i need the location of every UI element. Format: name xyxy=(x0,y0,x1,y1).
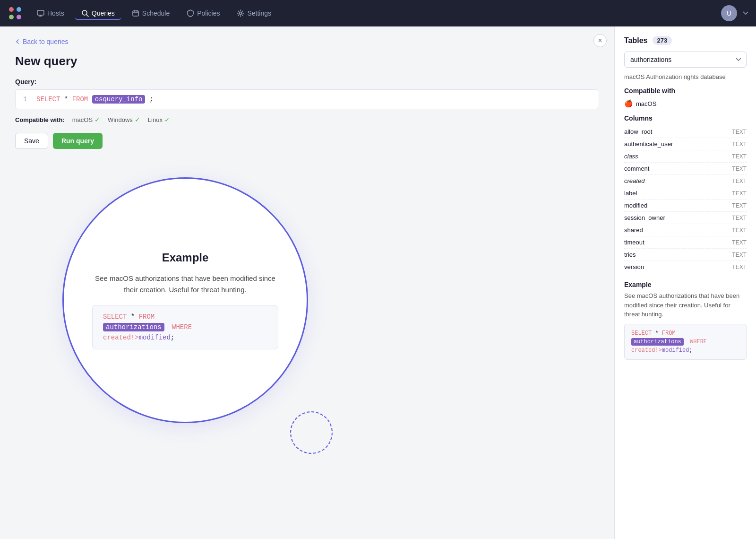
code-editor[interactable]: 1 SELECT * FROM osquery_info ; xyxy=(15,89,599,109)
popup-table-name: authorizations xyxy=(103,323,164,331)
column-name: label xyxy=(624,190,637,197)
column-type: TEXT xyxy=(732,202,747,209)
column-row: sharedTEXT xyxy=(624,224,747,236)
main-content: × Back to queries New query Query: 1 SEL… xyxy=(0,26,614,539)
popup-select-kw: SELECT xyxy=(103,313,127,321)
navbar: Hosts Queries Schedule Policies Settings… xyxy=(0,0,756,26)
svg-rect-9 xyxy=(133,11,138,16)
code-content: SELECT * FROM osquery_info ; xyxy=(36,96,153,103)
column-row: allow_rootTEXT xyxy=(624,126,747,138)
column-name: allow_root xyxy=(624,128,652,135)
macos-check-icon: ✓ xyxy=(94,116,100,123)
column-type: TEXT xyxy=(732,141,747,148)
sidebar-code-mod: modified xyxy=(662,347,689,354)
page-title: New query xyxy=(15,54,599,69)
sidebar-code-sc: ; xyxy=(689,347,692,354)
column-row: triesTEXT xyxy=(624,249,747,261)
avatar-dropdown-icon[interactable] xyxy=(743,11,748,15)
column-type: TEXT xyxy=(732,215,747,221)
compat-linux: Linux ✓ xyxy=(148,116,170,123)
column-row: labelTEXT xyxy=(624,187,747,200)
popup-where-kw: WHERE xyxy=(172,323,192,331)
queries-icon xyxy=(81,9,89,17)
nav-queries[interactable]: Queries xyxy=(75,7,121,20)
column-row: timeoutTEXT xyxy=(624,236,747,249)
avatar[interactable]: U xyxy=(721,5,737,21)
svg-point-0 xyxy=(9,7,14,12)
column-type: TEXT xyxy=(732,178,747,184)
sidebar-compat-title: Compatible with xyxy=(624,87,747,95)
table-description: macOS Authorization rights database xyxy=(624,73,747,80)
page-layout: × Back to queries New query Query: 1 SEL… xyxy=(0,26,756,539)
popup-description: See macOS authorizations that have been … xyxy=(92,273,278,296)
popup-col: created xyxy=(103,334,131,341)
app-logo[interactable] xyxy=(8,6,23,21)
svg-point-2 xyxy=(9,15,14,19)
popup-code-block: SELECT * FROM authorizations WHERE creat… xyxy=(92,305,278,349)
tables-count: 273 xyxy=(653,36,672,45)
sidebar-code-tbl: authorizations xyxy=(631,338,684,346)
tables-label: Tables xyxy=(624,36,648,45)
nav-hosts[interactable]: Hosts xyxy=(30,7,71,20)
column-type: TEXT xyxy=(732,252,747,258)
popup-title: Example xyxy=(162,251,209,264)
column-name: created xyxy=(624,177,644,184)
apple-icon: 🍎 xyxy=(624,99,633,108)
table-select[interactable]: authorizations xyxy=(624,52,747,68)
sidebar-compat-os: macOS xyxy=(636,100,656,107)
sidebar-code-from: FROM xyxy=(662,330,676,337)
compat-windows: Windows ✓ xyxy=(108,116,140,123)
hosts-icon xyxy=(37,9,44,17)
schedule-icon xyxy=(132,9,139,17)
close-button[interactable]: × xyxy=(593,34,607,47)
star-symbol: * xyxy=(64,96,72,103)
back-link[interactable]: Back to queries xyxy=(15,38,599,45)
column-type: TEXT xyxy=(732,239,747,246)
policies-icon xyxy=(187,9,194,17)
column-name: timeout xyxy=(624,239,644,246)
column-name: shared xyxy=(624,226,643,234)
run-query-button[interactable]: Run query xyxy=(53,133,103,149)
svg-point-3 xyxy=(17,15,21,19)
sidebar-code-op: !> xyxy=(655,347,662,354)
settings-icon xyxy=(237,9,244,17)
sidebar-example-desc: See macOS authorizations that have been … xyxy=(624,291,747,319)
from-keyword: FROM xyxy=(72,96,88,103)
sidebar-code-star: * xyxy=(655,330,662,337)
column-row: session_ownerTEXT xyxy=(624,212,747,224)
linux-check-icon: ✓ xyxy=(164,116,170,123)
windows-check-icon: ✓ xyxy=(135,116,140,123)
svg-line-8 xyxy=(86,15,88,17)
column-type: TEXT xyxy=(732,190,747,197)
column-type: TEXT xyxy=(732,227,747,234)
nav-schedule[interactable]: Schedule xyxy=(125,7,176,20)
button-row: Save Run query xyxy=(15,133,599,149)
popup-star: * xyxy=(131,313,139,321)
sidebar-code-select: SELECT xyxy=(631,330,652,337)
save-button[interactable]: Save xyxy=(15,133,48,149)
sidebar-header: Tables 273 xyxy=(624,36,747,45)
columns-title: Columns xyxy=(624,114,747,122)
compatibility-row: Compatible with: macOS ✓ Windows ✓ Linux… xyxy=(15,116,599,123)
svg-rect-4 xyxy=(37,10,44,15)
column-row: versionTEXT xyxy=(624,261,747,273)
svg-point-13 xyxy=(240,12,242,15)
sidebar: Tables 273 authorizations macOS Authoriz… xyxy=(614,26,756,539)
column-row: classTEXT xyxy=(624,150,747,163)
column-type: TEXT xyxy=(732,165,747,172)
column-name: version xyxy=(624,263,644,270)
dashed-connector xyxy=(290,411,333,454)
compat-macos: macOS ✓ xyxy=(72,116,100,123)
nav-policies[interactable]: Policies xyxy=(180,7,226,20)
column-row: commentTEXT xyxy=(624,163,747,175)
column-name: modified xyxy=(624,202,647,209)
popup-sc: ; xyxy=(171,334,174,341)
nav-settings[interactable]: Settings xyxy=(230,7,278,20)
column-name: comment xyxy=(624,165,649,172)
compat-label: Compatible with: xyxy=(15,116,65,123)
column-name: session_owner xyxy=(624,214,665,221)
semicolon: ; xyxy=(149,96,153,103)
svg-point-1 xyxy=(17,7,21,12)
column-row: authenticate_userTEXT xyxy=(624,138,747,150)
popup-op: !> xyxy=(131,334,139,341)
